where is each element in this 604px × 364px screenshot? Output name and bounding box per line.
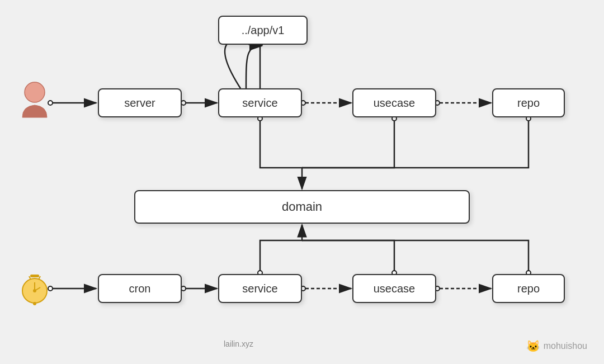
svg-point-15 bbox=[22, 278, 47, 303]
node-service-top: service bbox=[218, 88, 302, 117]
node-usecase-bot: usecase bbox=[352, 274, 436, 303]
svg-rect-21 bbox=[30, 275, 39, 277]
svg-point-25 bbox=[181, 286, 186, 291]
svg-point-23 bbox=[48, 286, 53, 291]
arrows-layer bbox=[0, 0, 604, 364]
node-domain: domain bbox=[134, 190, 470, 224]
node-cron: cron bbox=[98, 274, 182, 303]
svg-point-22 bbox=[33, 302, 36, 305]
node-repo-bot: repo bbox=[492, 274, 565, 303]
node-service-bot: service bbox=[218, 274, 302, 303]
watermark-right: 🐱 mohuishou bbox=[526, 339, 587, 353]
watermark-left: lailin.xyz bbox=[224, 339, 253, 348]
diagram-container: ../app/v1 server service usecase repo do… bbox=[0, 0, 604, 364]
svg-point-16 bbox=[33, 289, 36, 292]
svg-line-18 bbox=[35, 287, 40, 291]
svg-point-4 bbox=[48, 101, 53, 105]
node-app-v1: ../app/v1 bbox=[218, 16, 308, 45]
svg-point-3 bbox=[25, 82, 45, 102]
svg-line-20 bbox=[39, 276, 40, 280]
node-usecase-top: usecase bbox=[352, 88, 436, 117]
svg-point-6 bbox=[181, 101, 186, 105]
node-server: server bbox=[98, 88, 182, 117]
node-repo-top: repo bbox=[492, 88, 565, 117]
svg-line-19 bbox=[29, 276, 31, 280]
